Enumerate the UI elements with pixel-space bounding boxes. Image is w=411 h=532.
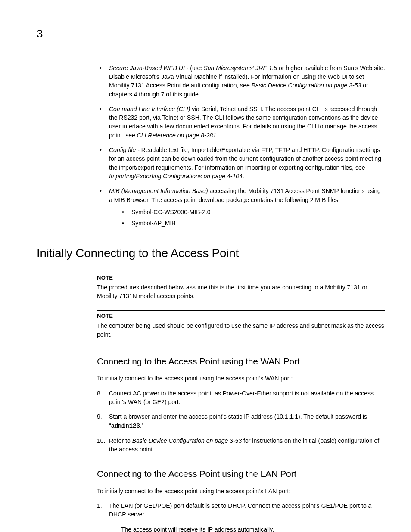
step-text: Refer to (109, 437, 132, 444)
step-number: 10. (97, 436, 105, 445)
lan-steps: 1. The LAN (or GE1/POE) port default is … (97, 501, 385, 519)
wan-steps: 8. Connect AC power to the access point,… (97, 389, 385, 454)
lan-section: Connecting to the Access Point using the… (97, 467, 385, 532)
step-text: Connect AC power to the access point, as… (109, 390, 374, 405)
bullet-config-file: Config file - Readable text file; Import… (97, 146, 385, 180)
step-10: 10. Refer to Basic Device Configuration … (97, 436, 385, 454)
page-number: 3 (37, 26, 385, 42)
wan-intro: To initially connect to the access point… (97, 374, 385, 383)
bullet-text: - (use (185, 65, 204, 72)
note-text: The procedures described below assume th… (97, 283, 385, 301)
sub-bullet-list: Symbol-CC-WS2000-MIB-2.0 Symbol-AP_MIB (119, 208, 385, 228)
step-result: The access point will receive its IP add… (121, 525, 385, 532)
lan-intro: To initially connect to the access point… (97, 487, 385, 495)
step-8: 8. Connect AC power to the access point,… (97, 389, 385, 407)
bullet-lead: Config file (109, 146, 136, 153)
sub-bullet-item: Symbol-AP_MIB (119, 219, 385, 227)
lan-heading: Connecting to the Access Point using the… (97, 467, 385, 480)
bullet-ref: Importing/Exporting Configurations on pa… (109, 173, 243, 180)
bullet-web-ui: Secure Java-Based WEB UI - (use Sun Micr… (97, 64, 385, 99)
bullet-section: Secure Java-Based WEB UI - (use Sun Micr… (97, 64, 385, 228)
bullet-text: . (216, 132, 218, 139)
step-1: 1. The LAN (or GE1/POE) port default is … (97, 501, 385, 519)
step-ref: Basic Device Configuration on page 3-53 (132, 437, 242, 444)
step-9: 9. Start a browser and enter the access … (97, 412, 385, 430)
note-block-1: NOTE The procedures described below assu… (97, 272, 385, 302)
wan-section: Connecting to the Access Point using the… (97, 355, 385, 454)
note-rule (97, 310, 385, 311)
section-heading-main: Initially Connecting to the Access Point (37, 245, 385, 262)
note-block-2: NOTE The computer being used should be c… (97, 310, 385, 341)
bullet-lead: Secure Java-Based WEB UI (109, 65, 185, 72)
note-label: NOTE (97, 312, 385, 320)
note-rule (97, 302, 385, 302)
step-text: .” (140, 422, 144, 429)
bullet-cli: Command Line Interface (CLI) via Serial,… (97, 105, 385, 140)
bullet-text: . (243, 173, 244, 180)
bullet-text: - Readable text file; Importable/Exporta… (109, 146, 381, 171)
document-page: 3 Secure Java-Based WEB UI - (use Sun Mi… (0, 0, 411, 532)
bullet-lead: Command Line Interface (CLI) (109, 106, 190, 112)
bullet-emph: Sun Microsystems' JRE 1.5 (203, 65, 277, 72)
step-number: 9. (97, 412, 102, 421)
note-rule (97, 272, 385, 272)
step-code: admin123 (111, 423, 140, 429)
step-text: The LAN (or GE1/POE) port default is set… (109, 502, 371, 518)
bullet-ref: CLI Reference on page 8-281 (137, 132, 216, 139)
note-label: NOTE (97, 274, 385, 282)
bullet-mib: MIB (Management Information Base) access… (97, 187, 385, 227)
note-text: The computer being used should be config… (97, 321, 385, 339)
wan-heading: Connecting to the Access Point using the… (97, 355, 385, 368)
main-bullet-list: Secure Java-Based WEB UI - (use Sun Micr… (97, 64, 385, 228)
bullet-ref: Basic Device Configuration on page 3-53 (252, 82, 361, 89)
step-text: Start a browser and enter the access poi… (109, 413, 367, 429)
step-number: 8. (97, 389, 102, 398)
note-rule (97, 341, 385, 341)
step-number: 1. (97, 501, 102, 510)
bullet-lead: MIB (Management Information Base) (109, 187, 208, 194)
sub-bullet-item: Symbol-CC-WS2000-MIB-2.0 (119, 208, 385, 216)
